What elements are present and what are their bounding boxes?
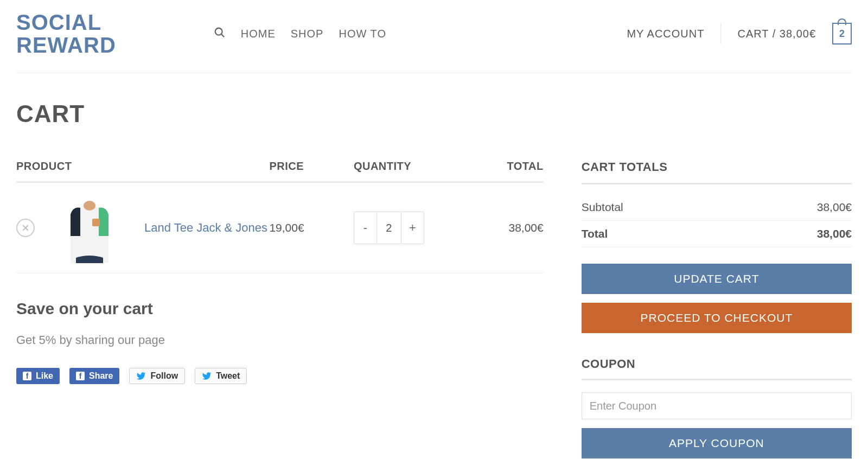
svg-point-6 bbox=[84, 201, 95, 211]
twitter-follow-button[interactable]: Follow bbox=[129, 368, 185, 384]
facebook-icon: f bbox=[76, 372, 85, 380]
cart-row: Land Tee Jack & Jones 19,00€ - + 38,00€ bbox=[16, 182, 544, 273]
fb-like-label: Like bbox=[36, 371, 53, 381]
logo-line2: REWARD bbox=[16, 34, 116, 56]
qty-decrement-button[interactable]: - bbox=[354, 212, 376, 244]
facebook-like-button[interactable]: f Like bbox=[16, 368, 60, 384]
logo-line1: SOCIAL bbox=[16, 11, 116, 34]
cart-totals-heading: CART TOTALS bbox=[582, 160, 852, 184]
cell-total: 38,00€ bbox=[459, 182, 543, 273]
cart-bag-icon[interactable]: 2 bbox=[832, 23, 852, 44]
save-heading: Save on your cart bbox=[16, 299, 544, 318]
site-header: SOCIAL REWARD HOME SHOP HOW TO MY ACCOUN… bbox=[16, 0, 852, 73]
cart-sidebar: CART TOTALS Subtotal 38,00€ Total 38,00€… bbox=[582, 160, 852, 458]
twitter-icon bbox=[136, 371, 146, 381]
update-cart-button[interactable]: UPDATE CART bbox=[582, 264, 852, 294]
remove-item-button[interactable] bbox=[16, 219, 35, 237]
total-label: Total bbox=[582, 227, 608, 240]
tw-follow-label: Follow bbox=[150, 371, 178, 381]
total-row: Total 38,00€ bbox=[582, 221, 852, 247]
facebook-icon: f bbox=[23, 372, 31, 380]
qty-input[interactable] bbox=[376, 212, 401, 244]
svg-line-7 bbox=[183, 455, 214, 458]
product-thumbnail[interactable] bbox=[54, 193, 125, 263]
tw-tweet-label: Tweet bbox=[216, 371, 240, 381]
nav-howto[interactable]: HOW TO bbox=[339, 28, 386, 40]
twitter-icon bbox=[202, 371, 212, 381]
apply-coupon-button[interactable]: APPLY COUPON bbox=[582, 428, 852, 458]
social-buttons: f Like f Share Follow Tweet bbox=[16, 368, 544, 384]
nav-home[interactable]: HOME bbox=[241, 28, 276, 40]
divider bbox=[720, 23, 721, 44]
svg-rect-5 bbox=[92, 219, 100, 226]
cell-price: 19,00€ bbox=[269, 182, 353, 273]
svg-line-1 bbox=[221, 34, 225, 37]
th-quantity: QUANTITY bbox=[354, 160, 459, 182]
page-title: CART bbox=[16, 100, 852, 127]
nav-account[interactable]: MY ACCOUNT bbox=[627, 28, 704, 40]
search-icon[interactable] bbox=[214, 27, 226, 41]
save-subtitle: Get 5% by sharing our page bbox=[16, 333, 544, 347]
th-total: TOTAL bbox=[459, 160, 543, 182]
fb-share-label: Share bbox=[89, 371, 113, 381]
qty-increment-button[interactable]: + bbox=[401, 212, 424, 244]
subtotal-value: 38,00€ bbox=[817, 201, 852, 214]
quantity-stepper: - + bbox=[354, 212, 424, 244]
cart-table: PRODUCT PRICE QUANTITY TOTAL bbox=[16, 160, 544, 273]
annotation-arrow-icon bbox=[179, 453, 217, 458]
product-name-link[interactable]: Land Tee Jack & Jones bbox=[144, 221, 267, 235]
site-logo[interactable]: SOCIAL REWARD bbox=[16, 11, 116, 56]
cart-count: 2 bbox=[839, 28, 845, 40]
main-nav: HOME SHOP HOW TO bbox=[214, 27, 386, 41]
svg-point-0 bbox=[215, 28, 222, 35]
coupon-heading: COUPON bbox=[582, 357, 852, 380]
total-value: 38,00€ bbox=[817, 227, 852, 240]
checkout-button[interactable]: PROCEED TO CHECKOUT bbox=[582, 303, 852, 333]
th-price: PRICE bbox=[269, 160, 353, 182]
header-right: MY ACCOUNT CART / 38,00€ 2 bbox=[627, 23, 852, 44]
subtotal-label: Subtotal bbox=[582, 201, 623, 214]
coupon-input[interactable] bbox=[582, 392, 852, 419]
th-product: PRODUCT bbox=[16, 160, 269, 182]
subtotal-row: Subtotal 38,00€ bbox=[582, 194, 852, 221]
facebook-share-button[interactable]: f Share bbox=[69, 368, 119, 384]
nav-cart[interactable]: CART / 38,00€ bbox=[737, 28, 816, 40]
nav-shop[interactable]: SHOP bbox=[291, 28, 324, 40]
twitter-tweet-button[interactable]: Tweet bbox=[195, 368, 247, 384]
